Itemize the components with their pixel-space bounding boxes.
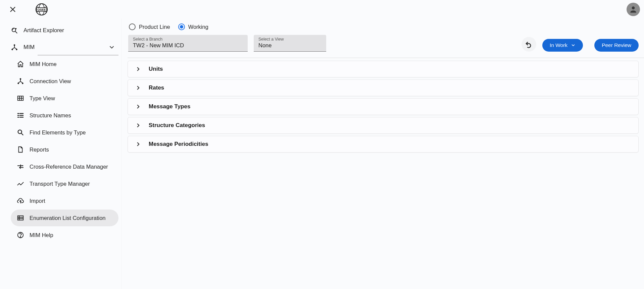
- selects-row: Select a Branch TW2 - New MIM ICD Select…: [128, 35, 644, 52]
- accordion-header-structure-categories[interactable]: Structure Categories: [128, 117, 638, 133]
- chevron-right-icon: [135, 122, 141, 128]
- sidebar-item-import[interactable]: Import: [11, 192, 118, 209]
- chevron-right-icon: [135, 66, 141, 72]
- sidebar-item-mim-help[interactable]: MIM Help: [11, 227, 118, 243]
- cloud-upload-icon: [17, 197, 24, 205]
- sidebar-item-transport-type[interactable]: Transport Type Manager: [11, 175, 118, 192]
- document-icon: [17, 146, 24, 153]
- sidebar-item-connection-view[interactable]: Connection View: [11, 73, 118, 90]
- timeline-icon: [17, 180, 24, 187]
- mim-label: MIM: [23, 44, 35, 51]
- topbar-left: OSEE: [7, 2, 52, 17]
- chevron-down-icon: [571, 43, 576, 48]
- svg-point-11: [14, 44, 15, 46]
- sidebar: Artifact Explorer MIM: [0, 19, 121, 289]
- globe-logo-icon: OSEE: [32, 3, 51, 16]
- accordion-rates: Rates: [128, 79, 639, 96]
- sidebar-divider: [38, 55, 118, 55]
- in-work-label: In Work: [550, 42, 567, 48]
- accordion-message-types: Message Types: [128, 98, 639, 115]
- svg-text:OSEE: OSEE: [37, 8, 46, 11]
- sidebar-item-reports[interactable]: Reports: [11, 141, 118, 158]
- home-icon: [17, 60, 24, 68]
- osee-logo[interactable]: OSEE: [32, 2, 52, 17]
- undo-icon: [525, 40, 533, 48]
- radio-product-line[interactable]: Product Line: [129, 23, 170, 30]
- sidebar-item-label: Transport Type Manager: [30, 181, 90, 187]
- table-list-icon: [17, 214, 24, 222]
- accordion-header-message-periodicities[interactable]: Message Periodicities: [128, 136, 638, 152]
- sidebar-item-label: Connection View: [30, 78, 71, 84]
- svg-point-7: [632, 6, 635, 9]
- radio-label: Product Line: [139, 24, 170, 30]
- chevron-right-icon: [135, 141, 141, 147]
- branch-select-label: Select a Branch: [133, 37, 243, 42]
- accordion-title: Rates: [149, 84, 164, 91]
- accordion-structure-categories: Structure Categories: [128, 117, 639, 134]
- accordion-title: Message Periodicities: [149, 141, 208, 148]
- sidebar-item-find-elements[interactable]: Find Elements by Type: [11, 124, 118, 141]
- radio-working[interactable]: Working: [178, 23, 208, 30]
- accordion-message-periodicities: Message Periodicities: [128, 136, 639, 153]
- peer-review-label: Peer Review: [602, 42, 631, 48]
- hub-icon: [11, 44, 18, 51]
- view-select-value: None: [258, 42, 321, 49]
- sidebar-item-mim[interactable]: MIM: [5, 39, 121, 56]
- branch-select[interactable]: Select a Branch TW2 - New MIM ICD: [128, 35, 248, 52]
- sidebar-item-label: Type View: [30, 95, 55, 102]
- list-lines-icon: [17, 112, 24, 119]
- sidebar-item-label: MIM Help: [30, 232, 53, 238]
- connection-icon: [17, 77, 24, 85]
- sidebar-item-label: MIM Home: [30, 61, 57, 67]
- accordion-header-rates[interactable]: Rates: [128, 80, 638, 96]
- sidebar-item-structure-names[interactable]: Structure Names: [11, 107, 118, 124]
- branch-type-radios: Product Line Working: [128, 23, 644, 30]
- svg-point-36: [20, 236, 21, 237]
- sidebar-item-mim-home[interactable]: MIM Home: [11, 56, 118, 72]
- accordion-header-message-types[interactable]: Message Types: [128, 99, 638, 115]
- sidebar-item-cross-reference[interactable]: Cross-Reference Data Manager: [11, 158, 118, 175]
- sidebar-item-artifact-explorer[interactable]: Artifact Explorer: [5, 22, 121, 39]
- sidebar-item-label: Structure Names: [30, 112, 71, 119]
- branch-select-value: TW2 - New MIM ICD: [133, 42, 243, 49]
- close-icon: [9, 6, 16, 13]
- artifact-explorer-label: Artifact Explorer: [23, 27, 64, 34]
- radio-unchecked-icon: [129, 23, 136, 30]
- accordion-units: Units: [128, 61, 639, 77]
- sidebar-item-label: Reports: [30, 147, 49, 153]
- view-select-label: Select a View: [258, 37, 321, 42]
- svg-point-14: [20, 78, 21, 80]
- accordion-title: Structure Categories: [149, 122, 205, 129]
- in-work-dropdown[interactable]: In Work: [542, 39, 583, 52]
- topbar: OSEE: [0, 0, 644, 19]
- svg-point-10: [15, 28, 17, 30]
- radio-label: Working: [188, 24, 208, 30]
- search-icon: [17, 129, 24, 136]
- view-select[interactable]: Select a View None: [254, 35, 326, 52]
- sidebar-item-label: Enumeration List Configuration: [30, 215, 106, 221]
- user-avatar[interactable]: [627, 3, 640, 16]
- sidebar-item-label: Import: [30, 198, 45, 204]
- sidebar-item-label: Cross-Reference Data Manager: [30, 164, 108, 170]
- artifact-explorer-icon: [11, 27, 18, 34]
- svg-line-28: [21, 133, 23, 135]
- toolbar-divider: [128, 58, 644, 58]
- chevron-right-icon: [135, 85, 141, 91]
- accordion-title: Units: [149, 66, 163, 72]
- swap-icon: [17, 163, 24, 170]
- grid-icon: [17, 95, 24, 102]
- accordion-title: Message Types: [149, 103, 190, 110]
- undo-button[interactable]: [522, 37, 536, 52]
- help-icon: [17, 231, 24, 239]
- peer-review-button[interactable]: Peer Review: [594, 39, 639, 52]
- svg-point-29: [22, 165, 23, 166]
- chevron-right-icon: [135, 104, 141, 110]
- sidebar-item-type-view[interactable]: Type View: [11, 90, 118, 107]
- sidebar-item-enum-config[interactable]: Enumeration List Configuration: [11, 210, 118, 226]
- accordion-header-units[interactable]: Units: [128, 61, 638, 77]
- radio-checked-icon: [178, 23, 185, 30]
- close-sidebar-button[interactable]: [7, 3, 19, 15]
- svg-line-9: [15, 32, 17, 34]
- sidebar-item-label: Find Elements by Type: [30, 129, 86, 136]
- chevron-down-icon: [108, 44, 115, 51]
